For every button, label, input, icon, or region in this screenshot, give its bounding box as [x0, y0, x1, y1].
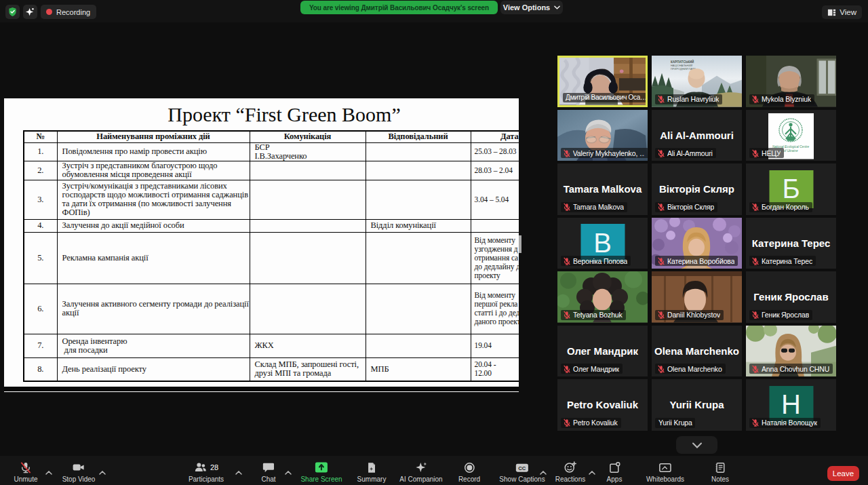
toolbar-stop-video-button[interactable]: Stop Video — [62, 461, 96, 483]
chevron-up-icon — [589, 471, 595, 475]
grid-more-button[interactable] — [676, 436, 717, 454]
toolbar-summary-button[interactable]: Summary — [357, 461, 387, 483]
screen-share-banner: You are viewing Дмитрій Васильович Осадч… — [300, 1, 498, 14]
participant-tile[interactable]: Катерина Терес Катерина Терес — [746, 218, 836, 269]
toolbar-chevron-up[interactable] — [99, 465, 106, 478]
participant-tile[interactable]: National Ecological Centre of Ukraine НЕ… — [746, 110, 836, 161]
participant-tile[interactable]: Вікторія Скляр Вікторія Скляр — [652, 163, 742, 215]
toolbar-chevron-up[interactable] — [589, 465, 595, 478]
toolbar-button-label: Summary — [357, 476, 387, 483]
muted-mic-icon — [657, 203, 665, 211]
participant-tile[interactable]: Tamara Malkova Tamara Malkova — [557, 163, 648, 215]
participant-name-tag: Ali Al-Ammouri — [655, 148, 716, 158]
toolbar-button-label: Stop Video — [62, 476, 96, 483]
toolbar-show-captions-button[interactable]: CCShow Captions — [499, 461, 545, 483]
participant-tile[interactable]: Olena Marchenko Olena Marchenko — [652, 326, 742, 377]
participant-name-label: НЕЦУ — [762, 149, 781, 157]
participant-name-tag: Катерина Воробйова — [655, 256, 738, 266]
toolbar-record-button[interactable]: Record — [458, 461, 480, 483]
participant-tile[interactable]: Б Богдан Король — [746, 163, 836, 215]
participant-name-tag: Valeriy Mykhaylenko, … — [561, 148, 648, 158]
muted-mic-icon — [751, 257, 760, 265]
table-cell-responsible — [366, 232, 471, 284]
table-row: 5.Рекламна кампанія акціїВід моменту узг… — [24, 232, 519, 284]
table-cell-communication — [250, 284, 366, 334]
toolbar-unmute-button[interactable]: Unmute — [14, 461, 37, 483]
toolbar-participants-button[interactable]: 28Participants — [189, 461, 224, 483]
participant-tile[interactable]: Олег Мандрик Олег Мандрик — [557, 326, 648, 377]
toolbar-button-label: Record — [458, 476, 480, 483]
muted-mic-icon — [563, 257, 571, 265]
document-scrollbar-thumb[interactable] — [519, 235, 521, 253]
table-cell-action: Зустріч з представником благоустрою щодо… — [57, 161, 250, 180]
mic-muted-icon — [19, 461, 32, 474]
view-options-button[interactable]: View Options — [500, 1, 563, 14]
participant-tile[interactable]: Daniil Khlobystov — [652, 271, 742, 323]
participant-name-label: Богдан Король — [762, 203, 809, 211]
chevron-up-icon — [45, 471, 52, 475]
table-row: 1.Повідомлення про намір провести акціюБ… — [24, 142, 519, 161]
participant-name-label: Катерина Терес — [762, 257, 812, 265]
participant-name-tag: НЕЦУ — [749, 148, 784, 158]
participant-tile[interactable]: Дмитрій Васильович Оса… — [557, 56, 648, 107]
participant-name-label: Valeriy Mykhaylenko, … — [573, 149, 645, 157]
participant-name-tag: Daniil Khlobystov — [655, 310, 724, 320]
muted-mic-icon — [563, 311, 571, 319]
participant-tile[interactable]: Valeriy Mykhaylenko, … — [557, 110, 648, 161]
participant-tile[interactable]: Ali Al-Ammouri Ali Al-Ammouri — [652, 110, 742, 161]
toolbar-chevron-up[interactable] — [45, 465, 52, 478]
participant-name-label: Yurii Krupa — [658, 419, 692, 427]
participant-name-label: Ruslan Havryliuk — [667, 95, 719, 103]
participant-name-label: Катерина Воробйова — [667, 257, 734, 265]
table-cell-num: 5. — [24, 232, 57, 284]
toolbar-chat-button[interactable]: Chat — [261, 461, 275, 483]
document-bottom-edge — [4, 387, 519, 391]
table-cell-responsible: МПБ — [366, 357, 471, 381]
ai-companion-status-button[interactable] — [23, 5, 37, 19]
leave-button[interactable]: Leave — [827, 466, 859, 481]
participant-name-tag: Tetyana Bozhuk — [561, 310, 626, 320]
view-button[interactable]: View — [822, 5, 862, 19]
toolbar-button-label: Whiteboards — [646, 476, 684, 483]
toolbar-whiteboards-button[interactable]: Whiteboards — [646, 461, 684, 483]
toolbar-chevron-up[interactable] — [235, 465, 242, 478]
participant-name-tag: Геник Ярослав — [749, 310, 812, 320]
toolbar-chevron-up[interactable] — [540, 465, 547, 478]
table-cell-communication: БСР І.В.Захарченко — [250, 142, 366, 161]
participant-tile[interactable]: Mykola Blyzniuk — [746, 56, 836, 107]
toolbar-reactions-button[interactable]: Reactions — [555, 461, 585, 483]
participant-name-label: Вікторія Скляр — [667, 203, 714, 211]
participant-name-tag: Вікторія Скляр — [655, 202, 717, 212]
muted-mic-icon — [657, 257, 665, 265]
table-cell-responsible — [366, 334, 471, 357]
chevron-down-icon — [692, 442, 703, 448]
participant-tile[interactable]: Tetyana Bozhuk — [557, 271, 648, 323]
participant-tile[interactable]: Катерина Воробйова — [652, 218, 742, 269]
participant-name-tag: Олег Мандрик — [561, 364, 623, 374]
table-header-cell: Комунікація — [250, 131, 366, 142]
video-camera-icon — [72, 461, 85, 474]
toolbar-chevron-up[interactable] — [285, 465, 292, 478]
participant-tile[interactable]: КАРПАТСЬКИЙ НАЦІОНАЛЬНИЙ ПРИРОДНИЙ ПАРК … — [652, 56, 742, 107]
toolbar-ai-companion-button[interactable]: AI Companion — [399, 461, 442, 483]
svg-text:of Ukraine: of Ukraine — [784, 149, 798, 152]
recording-indicator[interactable]: Recording — [41, 5, 96, 19]
participant-tile[interactable]: Petro Kovaliuk Petro Kovaliuk — [557, 379, 648, 431]
participant-tile[interactable]: Anna Chovhun CHNU — [746, 326, 836, 377]
participant-tile[interactable]: Н Наталія Волощук — [746, 379, 836, 431]
table-header-cell: Найменування проміжних дій — [57, 131, 250, 142]
table-cell-num: 6. — [24, 284, 57, 334]
table-cell-communication: Склад МПБ, запрошені гості, друзі МПІ та… — [250, 357, 366, 381]
toolbar-apps-button[interactable]: Apps — [607, 461, 623, 483]
table-cell-responsible — [366, 284, 471, 334]
toolbar-notes-button[interactable]: Notes — [711, 461, 729, 483]
participant-tile[interactable]: Геник Ярослав Геник Ярослав — [746, 271, 836, 323]
participant-tile[interactable]: Yurii KrupaYurii Krupa — [652, 379, 742, 431]
project-plan-table: №Найменування проміжних дійКомунікаціяВі… — [23, 130, 519, 382]
toolbar-share-screen-button[interactable]: Share Screen — [300, 461, 342, 483]
participant-tile[interactable]: B Вероніка Попова — [557, 218, 648, 269]
security-shield-button[interactable] — [5, 5, 20, 19]
table-cell-action: Зустріч/комунікація з представниками ліс… — [57, 180, 250, 219]
table-cell-num: 4. — [24, 219, 57, 232]
table-cell-action: Залучення активного сегменту громади до … — [57, 284, 250, 334]
